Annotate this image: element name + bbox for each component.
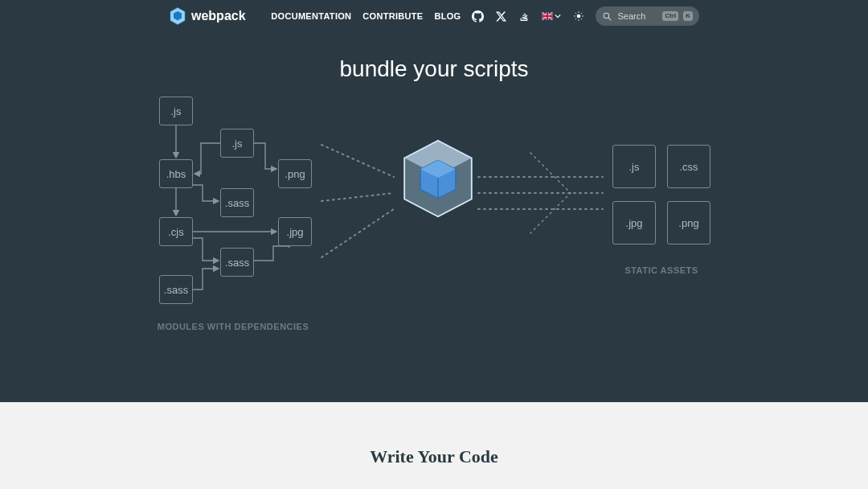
- nav-blog[interactable]: BLOG: [434, 11, 461, 21]
- site-header: webpack DOCUMENTATION CONTRIBUTE BLOG Ct…: [0, 0, 868, 32]
- module-sass: .sass: [220, 188, 254, 217]
- nav-contribute[interactable]: CONTRIBUTE: [362, 11, 423, 21]
- svg-point-7: [577, 14, 581, 18]
- module-sass: .sass: [159, 275, 193, 304]
- hero-prefix: bundle your: [339, 56, 463, 81]
- bundle-diagram: .js .js .hbs .png .sass .cjs .jpg .sass …: [153, 97, 715, 362]
- bundler-cube-icon: [400, 138, 476, 219]
- svg-point-16: [604, 13, 610, 18]
- search-box[interactable]: Ctrl K: [596, 6, 699, 26]
- search-icon: [602, 11, 612, 22]
- x-twitter-icon[interactable]: [495, 10, 507, 23]
- logo[interactable]: webpack: [169, 7, 246, 25]
- svg-line-12: [575, 13, 576, 14]
- stackoverflow-icon[interactable]: [518, 10, 530, 23]
- nav-documentation[interactable]: DOCUMENTATION: [271, 11, 351, 21]
- asset-jpg: .jpg: [612, 201, 656, 244]
- chevron-down-icon: [555, 13, 561, 19]
- language-switch[interactable]: [542, 12, 561, 20]
- search-shortcut-ctrl: Ctrl: [662, 11, 678, 21]
- module-sass: .sass: [220, 248, 254, 277]
- nav-right: DOCUMENTATION CONTRIBUTE BLOG Ctrl K: [271, 6, 699, 26]
- modules-label: MODULES WITH DEPENDENCIES: [153, 322, 313, 331]
- hero-dynamic-word: scripts: [464, 56, 529, 81]
- hero-title: bundle your scripts: [0, 56, 868, 82]
- module-js: .js: [159, 97, 193, 125]
- svg-line-17: [609, 18, 612, 20]
- svg-rect-6: [542, 15, 553, 17]
- svg-line-15: [581, 13, 582, 14]
- module-cjs: .cjs: [159, 217, 193, 246]
- brand-text: webpack: [191, 9, 246, 23]
- write-code-section: Write Your Code src/index.js src/bar.js: [0, 402, 868, 489]
- asset-js: .js: [612, 145, 656, 188]
- module-png: .png: [278, 159, 312, 188]
- webpack-logo-icon: [169, 7, 186, 25]
- module-js: .js: [220, 129, 254, 158]
- search-input[interactable]: [617, 11, 657, 21]
- asset-png: .png: [667, 201, 710, 244]
- assets-label: STATIC ASSETS: [612, 265, 710, 275]
- module-hbs: .hbs: [159, 159, 193, 188]
- module-jpg: .jpg: [278, 217, 312, 246]
- svg-line-14: [575, 18, 576, 19]
- asset-css: .css: [667, 145, 710, 188]
- write-code-title: Write Your Code: [0, 446, 868, 467]
- theme-toggle-icon[interactable]: [572, 10, 584, 23]
- github-icon[interactable]: [472, 10, 484, 23]
- hero: bundle your scripts: [0, 32, 868, 362]
- svg-line-13: [581, 18, 582, 19]
- search-shortcut-k: K: [683, 11, 693, 21]
